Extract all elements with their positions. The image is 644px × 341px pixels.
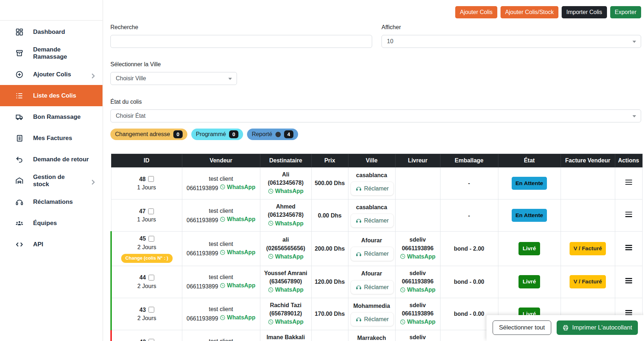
show-select-value: 10 — [387, 38, 393, 45]
search-label: Recherche — [110, 24, 372, 31]
pill-reporte[interactable]: Reporté 4 — [247, 129, 298, 140]
whatsapp-icon — [400, 253, 406, 259]
state-label: État du colis — [110, 99, 641, 105]
reclamer-button[interactable]: Réclamer — [351, 214, 394, 228]
vendor-phone: 0661193899 — [187, 185, 218, 191]
print-sticker-button[interactable]: Imprimer L'autocollant — [557, 320, 638, 335]
invoice-cell — [561, 199, 615, 232]
select-all-button[interactable]: Sélectionner tout — [493, 320, 552, 335]
courier-cell — [395, 167, 440, 199]
whatsapp-link[interactable]: WhatsApp — [400, 252, 435, 261]
whatsapp-link[interactable]: WhatsApp — [220, 248, 255, 256]
sidebar-item-mes-factures[interactable]: Mes Factures — [0, 127, 102, 149]
whatsapp-icon — [220, 184, 225, 190]
whatsapp-link[interactable]: WhatsApp — [400, 286, 435, 294]
whatsapp-link[interactable]: WhatsApp — [220, 281, 255, 290]
row-checkbox[interactable] — [149, 236, 154, 242]
dest-name: ali — [262, 235, 309, 244]
search-input[interactable] — [110, 35, 372, 48]
truck-icon — [15, 113, 24, 121]
sidebar-item-demande-de-retour[interactable]: Demande de retour — [0, 149, 102, 170]
status-badge: Livré — [519, 275, 540, 288]
exporter-button[interactable]: Exporter — [610, 6, 641, 18]
sidebar-item-bon-ramassage[interactable]: Bon Ramassage — [0, 106, 102, 127]
colis-id: 45 — [140, 234, 146, 243]
whatsapp-icon — [220, 283, 225, 288]
state-select[interactable]: Choisir État — [110, 109, 641, 122]
row-actions-menu-icon[interactable] — [625, 210, 632, 218]
sidebar-item-liste-des-colis[interactable]: Liste des Colis — [0, 85, 102, 106]
dest-phone: (02656565656) — [262, 244, 309, 252]
price: 170.00 Dhs — [311, 298, 348, 330]
city-select[interactable]: Choisir Ville — [110, 72, 237, 85]
warehouse-icon — [15, 176, 24, 185]
status-badge: En Attente — [512, 177, 547, 190]
colis-age: 1 Jours — [114, 215, 180, 224]
city: Afourar — [351, 269, 393, 278]
show-select[interactable]: 10 — [382, 35, 641, 48]
header-facture-vendeur: Facture Vendeur — [561, 154, 615, 167]
reclamer-button[interactable]: Réclamer — [351, 181, 394, 196]
courier-name: sdeliv — [398, 269, 438, 277]
headset-icon — [356, 217, 362, 224]
row-checkbox[interactable] — [148, 176, 154, 182]
ajouter-colis-button[interactable]: Ajouter Colis — [455, 6, 497, 18]
sidebar-item-dashboard[interactable]: Dashboard — [0, 21, 102, 42]
invoice-badge: V / Facturé — [570, 275, 606, 288]
row-checkbox[interactable] — [149, 307, 154, 313]
pill-changement-adresse[interactable]: Changement adresse 0 — [110, 129, 187, 140]
reclamer-button[interactable]: Réclamer — [351, 280, 394, 294]
whatsapp-link[interactable]: WhatsApp — [268, 187, 303, 195]
vendor-phone: 0661193899 — [187, 217, 218, 223]
pill-label: Programmé — [196, 131, 226, 138]
whatsapp-link[interactable]: WhatsApp — [268, 286, 303, 294]
sidebar-item-label: API — [33, 241, 43, 248]
colis-id: 47 — [139, 207, 146, 215]
sidebar-item-label: Bon Ramassage — [33, 113, 81, 121]
whatsapp-link[interactable]: WhatsApp — [268, 252, 303, 261]
row-checkbox[interactable] — [149, 339, 154, 341]
return-arrow-icon — [15, 155, 24, 164]
courier-cell — [395, 199, 440, 232]
reclamer-button[interactable]: Réclamer — [351, 312, 394, 326]
sidebar-item-reclamations[interactable]: Réclamations — [0, 191, 102, 212]
colis-id: 43 — [140, 306, 146, 314]
code-icon — [15, 240, 24, 249]
sidebar-item-label: Mes Factures — [33, 135, 72, 142]
whatsapp-link[interactable]: WhatsApp — [268, 318, 303, 326]
top-toolbar: Ajouter Colis Ajouter Colis/Stock Import… — [455, 6, 641, 18]
row-actions-menu-icon[interactable] — [625, 277, 632, 285]
city: casablanca — [351, 171, 393, 179]
printer-icon — [562, 324, 569, 331]
whatsapp-link[interactable]: WhatsApp — [220, 313, 255, 322]
sidebar-item-gestion-de-stock[interactable]: Gestion de stock — [0, 170, 102, 191]
headset-icon — [356, 316, 362, 322]
pill-programme[interactable]: Programmé 0 — [191, 129, 243, 140]
city-label: Sélectionner la Ville — [110, 61, 237, 68]
whatsapp-link[interactable]: WhatsApp — [220, 215, 255, 223]
sidebar-item-demande-ramassage[interactable]: Demande Ramassage — [0, 42, 102, 64]
importer-colis-button[interactable]: Importer Colis — [562, 6, 607, 18]
row-checkbox[interactable] — [149, 275, 154, 281]
ajouter-colis-stock-button[interactable]: Ajouter Colis/Stock — [501, 6, 558, 18]
row-actions-menu-icon[interactable] — [625, 178, 632, 186]
header-destinataire: Destinataire — [260, 154, 311, 167]
headset-icon — [356, 185, 362, 192]
whatsapp-link[interactable]: WhatsApp — [400, 318, 435, 326]
whatsapp-icon — [400, 287, 406, 293]
whatsapp-link[interactable]: WhatsApp — [220, 183, 255, 191]
whatsapp-link[interactable]: WhatsApp — [268, 219, 303, 228]
pill-label: Reporté — [252, 131, 272, 138]
sidebar-item-api[interactable]: API — [0, 234, 102, 255]
courier-phone: 0661193896 — [398, 309, 438, 318]
sidebar-item-equipes[interactable]: Équipes — [0, 212, 102, 234]
row-actions-menu-icon[interactable] — [625, 244, 632, 252]
sidebar-item-ajouter-colis[interactable]: Ajouter Colis — [0, 64, 102, 85]
dest-name: Youssef Amrani — [262, 269, 309, 277]
row-checkbox[interactable] — [148, 208, 154, 214]
headset-icon — [356, 284, 362, 290]
header-emballage: Emballage — [440, 154, 498, 167]
sidebar-item-label: Demande de retour — [33, 156, 89, 163]
team-icon — [15, 219, 24, 228]
reclamer-button[interactable]: Réclamer — [351, 247, 394, 261]
